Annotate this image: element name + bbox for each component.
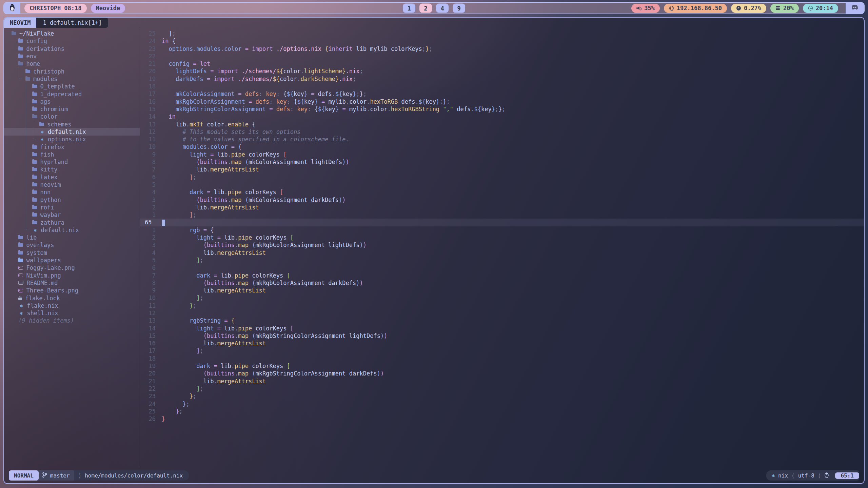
tree-item[interactable]: home xyxy=(4,60,140,67)
clock-module[interactable]: 20:14 xyxy=(803,4,838,13)
code-line-cursor[interactable]: 65 xyxy=(140,219,864,226)
tree-item[interactable]: wallpapers xyxy=(4,257,140,264)
tree-item[interactable]: system xyxy=(4,249,140,257)
tree-item[interactable]: config xyxy=(4,37,140,45)
code-line[interactable]: 7 dark = lib.pipe colorKeys [ xyxy=(140,272,864,279)
tree-item[interactable]: waybar xyxy=(4,211,140,219)
code-line[interactable]: 25 ]; xyxy=(140,30,864,37)
code-line[interactable]: 2 light = lib.pipe colorKeys [ xyxy=(140,234,864,241)
user-clock-pill[interactable]: CHRISTOPH 08:18 xyxy=(24,4,87,13)
code-line[interactable]: 22 ]; xyxy=(140,385,864,392)
code-line[interactable]: 4 dark = lib.pipe colorKeys [ xyxy=(140,188,864,196)
code-line[interactable]: 20 (builtins.map (mkRgbStringColorAssign… xyxy=(140,370,864,377)
memory-module[interactable]: 20% xyxy=(770,4,799,13)
tree-item[interactable]: hyprland xyxy=(4,158,140,166)
tree-item[interactable]: flake.nix xyxy=(4,302,140,309)
code-line[interactable]: 17 mkColorAssignment = defs: key: {${key… xyxy=(140,90,864,98)
workspace-button[interactable]: 1 xyxy=(403,4,415,13)
code-line[interactable]: 7 lib.mergeAttrsList xyxy=(140,166,864,173)
code-line[interactable]: 21 lib.mergeAttrsList xyxy=(140,378,864,385)
code-line[interactable]: 19 darkDefs = import ./schemes/${color.d… xyxy=(140,75,864,83)
tree-item[interactable]: options.nix xyxy=(4,136,140,143)
tree-item[interactable]: derivations xyxy=(4,45,140,53)
code-line[interactable]: 22 xyxy=(140,53,864,60)
git-branch-segment[interactable]: master xyxy=(37,470,74,481)
tree-item[interactable]: default.nix xyxy=(4,226,140,234)
code-line[interactable]: 8 (builtins.map (mkRgbColorAssignment da… xyxy=(140,279,864,287)
code-line[interactable]: 8 (builtins.map (mkColorAssignment light… xyxy=(140,158,864,166)
code-line[interactable]: 10 modules.color = { xyxy=(140,143,864,150)
tree-item[interactable]: christoph xyxy=(4,67,140,75)
network-module[interactable]: 192.168.86.50 xyxy=(664,4,727,13)
tree-item[interactable]: rofi xyxy=(4,204,140,211)
tree-item[interactable]: color xyxy=(4,113,140,120)
tree-item[interactable]: shell.nix xyxy=(4,309,140,317)
code-line[interactable]: 18 xyxy=(140,83,864,90)
code-line[interactable]: 19 dark = lib.pipe colorKeys [ xyxy=(140,362,864,370)
tree-item[interactable]: Foggy-Lake.png xyxy=(4,264,140,271)
tree-item[interactable]: default.nix xyxy=(4,128,140,136)
tree-item[interactable]: chromium xyxy=(4,105,140,113)
code-line[interactable]: 15 (builtins.map (mkRgbStringColorAssign… xyxy=(140,332,864,340)
tree-item[interactable]: flake.lock xyxy=(4,294,140,302)
code-line[interactable]: 13 rgbString = { xyxy=(140,317,864,324)
gauge-module[interactable]: 0.27% xyxy=(731,4,766,13)
tree-item[interactable]: nnn xyxy=(4,188,140,196)
code-line[interactable]: 9 lib.mergeAttrsList xyxy=(140,287,864,294)
tree-item[interactable]: python xyxy=(4,196,140,204)
code-line[interactable]: 2 lib.mergeAttrsList xyxy=(140,204,864,211)
tree-item[interactable]: fish xyxy=(4,151,140,158)
tree-item[interactable]: overlays xyxy=(4,241,140,249)
code-line[interactable]: 24 }; xyxy=(140,400,864,408)
code-line[interactable]: 17 ]; xyxy=(140,347,864,354)
tree-item[interactable]: neovim xyxy=(4,181,140,188)
code-line[interactable]: 12 xyxy=(140,309,864,317)
tree-item[interactable]: kitty xyxy=(4,166,140,173)
tree-item[interactable]: latex xyxy=(4,174,140,181)
code-line[interactable]: 16 mkRgbColorAssignment = defs: key: {${… xyxy=(140,98,864,105)
tab-buffer[interactable]: 1 default.nix[1+] xyxy=(36,18,108,28)
code-line[interactable]: 5 xyxy=(140,181,864,188)
tree-item[interactable]: ags xyxy=(4,98,140,105)
code-line[interactable]: 20 lightDefs = import ./schemes/${color.… xyxy=(140,67,864,75)
code-line[interactable]: 3 (builtins.map (mkColorAssignment darkD… xyxy=(140,196,864,204)
workspace-button[interactable]: 2 xyxy=(419,4,432,13)
code-line[interactable]: 21 config = let xyxy=(140,60,864,67)
code-line[interactable]: 6 ]; xyxy=(140,174,864,181)
code-line[interactable]: 12 # This module sets its own options xyxy=(140,128,864,136)
code-line[interactable]: 9 light = lib.pipe colorKeys [ xyxy=(140,151,864,158)
code-line[interactable]: 11 # to the values specified in a colors… xyxy=(140,136,864,143)
code-line[interactable]: 1 ]; xyxy=(140,211,864,219)
code-line[interactable]: 1 rgb = { xyxy=(140,226,864,234)
code-line[interactable]: 26} xyxy=(140,415,864,423)
workspace-button[interactable]: 4 xyxy=(436,4,449,13)
tree-item[interactable]: env xyxy=(4,53,140,60)
tree-item[interactable]: modules xyxy=(4,75,140,83)
active-window-pill[interactable]: Neovide xyxy=(91,4,125,13)
code-line[interactable]: 11 }; xyxy=(140,302,864,309)
tree-item[interactable]: 0_template xyxy=(4,83,140,90)
code-line[interactable]: 23 }; xyxy=(140,392,864,400)
tree-item[interactable]: lib xyxy=(4,234,140,241)
code-line[interactable]: 14 in xyxy=(140,113,864,120)
tree-item[interactable]: ~/NixFlake xyxy=(4,30,140,37)
code-line[interactable]: 18 xyxy=(140,355,864,362)
tree-item[interactable]: schemes xyxy=(4,121,140,128)
code-line[interactable]: 24in { xyxy=(140,37,864,45)
code-line[interactable]: 6 xyxy=(140,264,864,271)
launcher-button[interactable] xyxy=(4,3,20,14)
tree-item[interactable]: (9 hidden items) xyxy=(4,317,140,324)
code-line[interactable]: 23 options.modules.color = import ./opti… xyxy=(140,45,864,53)
code-line[interactable]: 15 mkRgbStringColorAssignment = defs: ke… xyxy=(140,105,864,113)
tree-item[interactable]: Three-Bears.png xyxy=(4,287,140,294)
code-line[interactable]: 16 lib.mergeAttrsList xyxy=(140,340,864,347)
code-line[interactable]: 3 (builtins.map (mkRgbColorAssignment li… xyxy=(140,241,864,249)
code-line[interactable]: 25 }; xyxy=(140,408,864,415)
code-line[interactable]: 14 light = lib.pipe colorKeys [ xyxy=(140,325,864,332)
tree-item[interactable]: 1_deprecated xyxy=(4,90,140,98)
code-line[interactable]: 4 lib.mergeAttrsList xyxy=(140,249,864,257)
tree-item[interactable]: README.md xyxy=(4,279,140,287)
code-line[interactable]: 13 lib.mkIf color.enable { xyxy=(140,121,864,128)
code-line[interactable]: 5 ]; xyxy=(140,257,864,264)
tree-item[interactable]: NixVim.png xyxy=(4,272,140,279)
